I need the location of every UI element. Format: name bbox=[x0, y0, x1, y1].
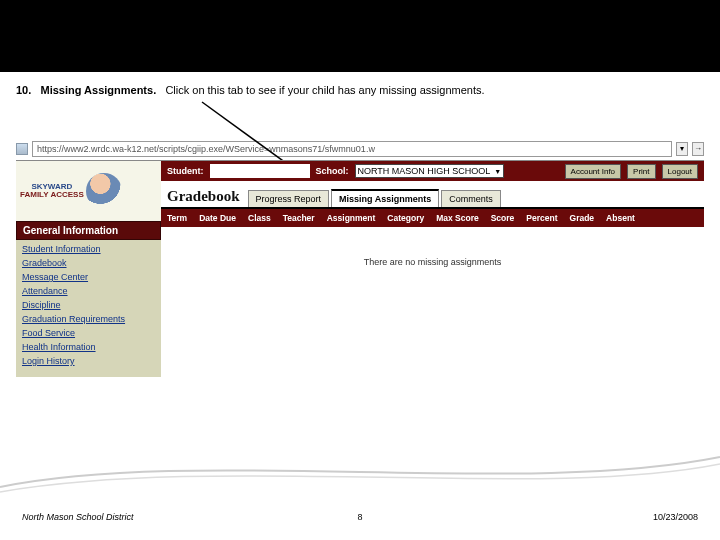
sidebar-item-student-information[interactable]: Student Information bbox=[22, 242, 155, 256]
main-panel: Student: School: NORTH MASON HIGH SCHOOL… bbox=[161, 161, 704, 377]
sidebar-item-discipline[interactable]: Discipline bbox=[22, 298, 155, 312]
tab-progress-report[interactable]: Progress Report bbox=[248, 190, 330, 207]
browser-address-row: https://www2.wrdc.wa-k12.net/scripts/cgi… bbox=[16, 140, 704, 158]
col-max-score: Max Score bbox=[430, 213, 485, 223]
sidebar-item-login-history[interactable]: Login History bbox=[22, 354, 155, 368]
col-date-due: Date Due bbox=[193, 213, 242, 223]
footer-left: North Mason School District bbox=[22, 512, 134, 522]
student-label: Student: bbox=[167, 166, 204, 176]
sidebar-nav: Student Information Gradebook Message Ce… bbox=[16, 240, 161, 376]
logo-sub: FAMILY ACCESS bbox=[20, 191, 84, 199]
footer-date: 10/23/2008 bbox=[653, 512, 698, 522]
decorative-swoosh bbox=[0, 442, 720, 502]
col-class: Class bbox=[242, 213, 277, 223]
empty-message: There are no missing assignments bbox=[364, 257, 502, 267]
sidebar-item-gradebook[interactable]: Gradebook bbox=[22, 256, 155, 270]
logout-button[interactable]: Logout bbox=[662, 164, 698, 179]
url-dropdown-icon[interactable]: ▾ bbox=[676, 142, 688, 156]
go-button[interactable]: → bbox=[692, 142, 704, 156]
instruction-line: 10. Missing Assignments. Click on this t… bbox=[0, 72, 720, 100]
instruction-title: Missing Assignments. bbox=[40, 84, 156, 96]
top-header-bar: Student: School: NORTH MASON HIGH SCHOOL… bbox=[161, 161, 704, 181]
school-value: NORTH MASON HIGH SCHOOL bbox=[358, 166, 491, 176]
school-label: School: bbox=[316, 166, 349, 176]
footer-page-number: 8 bbox=[357, 512, 362, 522]
sidebar-item-health-information[interactable]: Health Information bbox=[22, 340, 155, 354]
col-teacher: Teacher bbox=[277, 213, 321, 223]
school-select[interactable]: NORTH MASON HIGH SCHOOL bbox=[355, 164, 505, 178]
slide-footer: North Mason School District 8 10/23/2008 bbox=[0, 512, 720, 522]
col-absent: Absent bbox=[600, 213, 641, 223]
column-header-row: Term Date Due Class Teacher Assignment C… bbox=[161, 209, 704, 227]
col-grade: Grade bbox=[564, 213, 601, 223]
col-percent: Percent bbox=[520, 213, 563, 223]
app-frame: SKYWARD FAMILY ACCESS General Informatio… bbox=[16, 160, 704, 377]
sidebar-item-graduation-requirements[interactable]: Graduation Requirements bbox=[22, 312, 155, 326]
page-icon bbox=[16, 143, 28, 155]
tab-comments[interactable]: Comments bbox=[441, 190, 501, 207]
student-select[interactable] bbox=[210, 164, 310, 178]
url-field[interactable]: https://www2.wrdc.wa-k12.net/scripts/cgi… bbox=[32, 141, 672, 157]
sidebar-item-attendance[interactable]: Attendance bbox=[22, 284, 155, 298]
account-info-button[interactable]: Account Info bbox=[565, 164, 621, 179]
col-term: Term bbox=[161, 213, 193, 223]
col-assignment: Assignment bbox=[321, 213, 382, 223]
gradebook-tab-row: Gradebook Progress Report Missing Assign… bbox=[161, 181, 704, 209]
sidebar-header: General Information bbox=[16, 221, 161, 240]
instruction-number: 10. bbox=[16, 84, 31, 96]
sidebar: SKYWARD FAMILY ACCESS General Informatio… bbox=[16, 161, 161, 377]
gradebook-title: Gradebook bbox=[167, 188, 248, 207]
tab-missing-assignments[interactable]: Missing Assignments bbox=[331, 189, 439, 207]
content-area: There are no missing assignments bbox=[161, 227, 704, 377]
logo-box: SKYWARD FAMILY ACCESS bbox=[16, 161, 161, 221]
instruction-body: Click on this tab to see if your child h… bbox=[165, 84, 484, 96]
sidebar-item-food-service[interactable]: Food Service bbox=[22, 326, 155, 340]
sidebar-item-message-center[interactable]: Message Center bbox=[22, 270, 155, 284]
family-icon bbox=[86, 173, 122, 209]
col-category: Category bbox=[381, 213, 430, 223]
slide-top-bar bbox=[0, 0, 720, 72]
print-button[interactable]: Print bbox=[627, 164, 655, 179]
col-score: Score bbox=[485, 213, 521, 223]
